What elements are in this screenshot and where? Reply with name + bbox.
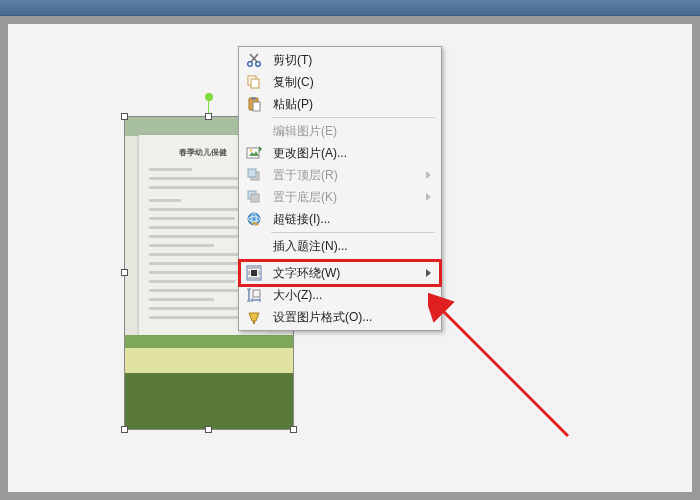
scissors-icon: [246, 52, 262, 68]
svg-rect-33: [253, 290, 260, 297]
resize-handle-sw[interactable]: [121, 426, 128, 433]
context-menu: 剪切(T) 复制(C) 粘贴(P) 编辑图片(E) 更改图片(A)... 置于顶…: [238, 46, 442, 331]
menu-label: 超链接(I)...: [267, 211, 433, 228]
menu-label: 设置图片格式(O)...: [267, 309, 433, 326]
bring-front-icon: [246, 167, 262, 183]
resize-handle-n[interactable]: [205, 113, 212, 120]
menu-item-copy[interactable]: 复制(C): [241, 71, 439, 93]
menu-separator: [271, 259, 435, 260]
size-icon: [246, 287, 262, 303]
menu-label: 复制(C): [267, 74, 433, 91]
menu-item-cut[interactable]: 剪切(T): [241, 49, 439, 71]
menu-item-hyperlink[interactable]: 超链接(I)...: [241, 208, 439, 230]
menu-item-size[interactable]: 大小(Z)...: [241, 284, 439, 306]
svg-rect-8: [253, 102, 260, 111]
menu-item-change-picture[interactable]: 更改图片(A)...: [241, 142, 439, 164]
menu-item-insert-caption[interactable]: 插入题注(N)...: [241, 235, 439, 257]
svg-point-0: [248, 62, 253, 67]
menu-item-text-wrapping[interactable]: 文字环绕(W): [241, 262, 439, 284]
svg-rect-20: [251, 270, 257, 276]
menu-item-edit-picture: 编辑图片(E): [241, 120, 439, 142]
change-picture-icon: [246, 145, 262, 161]
menu-label: 置于顶层(R): [267, 167, 426, 184]
menu-label: 剪切(T): [267, 52, 433, 69]
menu-item-bring-to-front: 置于顶层(R): [241, 164, 439, 186]
menu-label: 文字环绕(W): [267, 265, 426, 282]
svg-point-11: [250, 149, 252, 151]
svg-rect-13: [248, 169, 256, 177]
svg-rect-35: [253, 321, 255, 324]
format-picture-icon: [246, 309, 262, 325]
title-bar: [0, 0, 700, 16]
svg-line-37: [440, 308, 568, 436]
rotate-handle[interactable]: [205, 93, 213, 101]
menu-item-format-picture[interactable]: 设置图片格式(O)...: [241, 306, 439, 328]
svg-rect-7: [251, 97, 256, 100]
svg-point-1: [256, 62, 261, 67]
copy-icon: [246, 74, 262, 90]
menu-label: 置于底层(K): [267, 189, 426, 206]
annotation-arrow: [428, 256, 628, 456]
document-canvas[interactable]: 春季幼儿保健: [8, 24, 692, 492]
resize-handle-w[interactable]: [121, 269, 128, 276]
menu-label: 编辑图片(E): [267, 123, 433, 140]
svg-line-3: [250, 54, 257, 62]
menu-separator: [271, 117, 435, 118]
menu-label: 大小(Z)...: [267, 287, 433, 304]
menu-item-send-to-back: 置于底层(K): [241, 186, 439, 208]
resize-handle-nw[interactable]: [121, 113, 128, 120]
menu-label: 插入题注(N)...: [267, 238, 433, 255]
menu-item-paste[interactable]: 粘贴(P): [241, 93, 439, 115]
svg-line-2: [251, 54, 258, 62]
hyperlink-icon: [246, 211, 262, 227]
send-back-icon: [246, 189, 262, 205]
submenu-arrow-icon: [426, 171, 431, 179]
svg-rect-15: [251, 194, 259, 202]
svg-marker-34: [249, 313, 259, 321]
menu-separator: [271, 232, 435, 233]
submenu-arrow-icon: [426, 193, 431, 201]
resize-handle-se[interactable]: [290, 426, 297, 433]
menu-label: 粘贴(P): [267, 96, 433, 113]
resize-handle-s[interactable]: [205, 426, 212, 433]
text-wrap-icon: [246, 265, 262, 281]
svg-rect-5: [251, 79, 259, 88]
paste-icon: [246, 96, 262, 112]
menu-label: 更改图片(A)...: [267, 145, 433, 162]
submenu-arrow-icon: [426, 269, 431, 277]
